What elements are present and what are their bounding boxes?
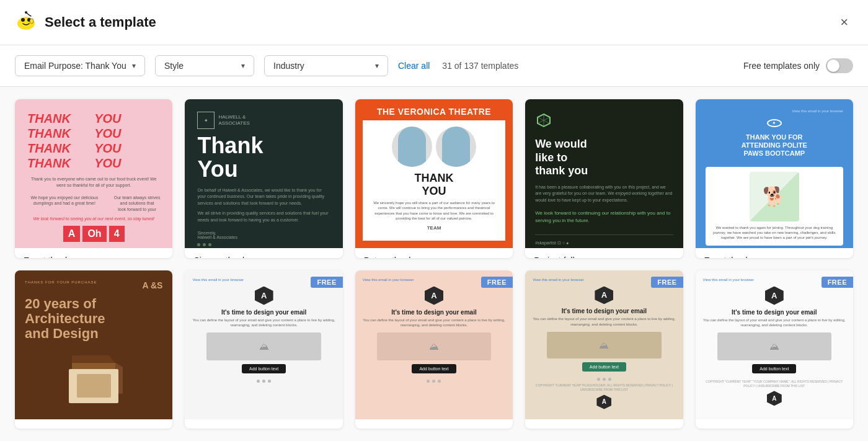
template-name: Patron thank you bbox=[355, 248, 513, 258]
template-card[interactable]: ✦ HALWELL &ASSOCIATES ThankYou On behalf… bbox=[185, 99, 342, 258]
template-name: Event thank you bbox=[15, 248, 172, 258]
free-only-toggle[interactable] bbox=[826, 58, 853, 73]
template-card[interactable]: We wouldlike tothank you It has been a p… bbox=[525, 99, 683, 258]
template-preview: THE VERONICA THEATRE THANK YOU We sincer… bbox=[355, 99, 513, 248]
template-name: Sincere thank you bbox=[185, 248, 342, 258]
free-badge: FREE bbox=[651, 277, 683, 288]
template-card[interactable]: THE VERONICA THEATRE THANK YOU We sincer… bbox=[355, 99, 513, 258]
template-content: THANK YOU THANK YOU THANK YOU THANK YOU bbox=[27, 112, 160, 170]
template-card[interactable]: FREE View this email in your browser A I… bbox=[525, 270, 683, 429]
chevron-down-icon: ▾ bbox=[241, 61, 245, 70]
template-name bbox=[15, 419, 172, 429]
template-name bbox=[185, 419, 342, 429]
style-dropdown[interactable]: Style ▾ bbox=[155, 55, 254, 76]
style-label: Style bbox=[164, 61, 184, 71]
svg-point-3 bbox=[21, 18, 25, 22]
template-card[interactable]: FREE View this email in your browser A I… bbox=[185, 270, 342, 429]
template-preview: ✦ HALWELL &ASSOCIATES ThankYou On behalf… bbox=[185, 99, 342, 248]
template-preview: THANKS FOR YOUR PURCHASE A &S 20 years o… bbox=[15, 270, 172, 419]
free-badge: FREE bbox=[822, 277, 853, 288]
chevron-down-icon: ▾ bbox=[132, 61, 136, 70]
template-name bbox=[525, 419, 683, 429]
page-title: Select a template bbox=[45, 14, 828, 30]
email-purpose-label: Email Purpose: Thank You bbox=[24, 61, 126, 71]
chevron-down-icon: ▾ bbox=[375, 61, 379, 70]
industry-label: Industry bbox=[273, 61, 304, 71]
template-preview: View this email in your browser ✦ THANK … bbox=[696, 99, 853, 248]
template-card[interactable]: FREE View this email in your browser A I… bbox=[696, 270, 853, 429]
template-card[interactable]: THANK YOU THANK YOU THANK YOU THANK YOU … bbox=[15, 99, 172, 258]
template-name: Project follow-up bbox=[525, 248, 683, 258]
template-name: Event thank you bbox=[696, 248, 853, 258]
templates-grid: THANK YOU THANK YOU THANK YOU THANK YOU … bbox=[0, 87, 868, 441]
close-button[interactable]: × bbox=[835, 13, 853, 32]
free-badge: FREE bbox=[311, 277, 342, 288]
svg-point-4 bbox=[30, 19, 33, 24]
industry-dropdown[interactable]: Industry ▾ bbox=[264, 55, 388, 76]
template-count: 31 of 137 templates bbox=[442, 61, 518, 71]
template-card[interactable]: FREE View this email in your browser A I… bbox=[355, 270, 513, 429]
template-card[interactable]: View this email in your browser ✦ THANK … bbox=[696, 99, 853, 258]
free-only-label: Free templates only bbox=[743, 61, 820, 71]
svg-point-5 bbox=[25, 11, 27, 14]
template-preview: FREE View this email in your browser A I… bbox=[696, 270, 853, 419]
template-card[interactable]: THANKS FOR YOUR PURCHASE A &S 20 years o… bbox=[15, 270, 172, 429]
mailchimp-logo bbox=[15, 10, 37, 35]
template-preview: FREE View this email in your browser A I… bbox=[355, 270, 513, 419]
template-name bbox=[696, 419, 853, 429]
header: Select a template × bbox=[0, 0, 868, 45]
filters-bar: Email Purpose: Thank You ▾ Style ▾ Indus… bbox=[0, 45, 868, 87]
template-preview: FREE View this email in your browser A I… bbox=[525, 270, 683, 419]
template-name bbox=[355, 419, 513, 429]
free-toggle-area: Free templates only bbox=[743, 58, 853, 73]
email-purpose-dropdown[interactable]: Email Purpose: Thank You ▾ bbox=[15, 55, 145, 76]
template-preview: We wouldlike tothank you It has been a p… bbox=[525, 99, 683, 248]
template-preview: THANK YOU THANK YOU THANK YOU THANK YOU … bbox=[15, 99, 172, 248]
clear-all-button[interactable]: Clear all bbox=[398, 61, 430, 71]
free-badge: FREE bbox=[481, 277, 513, 288]
template-preview: FREE View this email in your browser A I… bbox=[185, 270, 342, 419]
